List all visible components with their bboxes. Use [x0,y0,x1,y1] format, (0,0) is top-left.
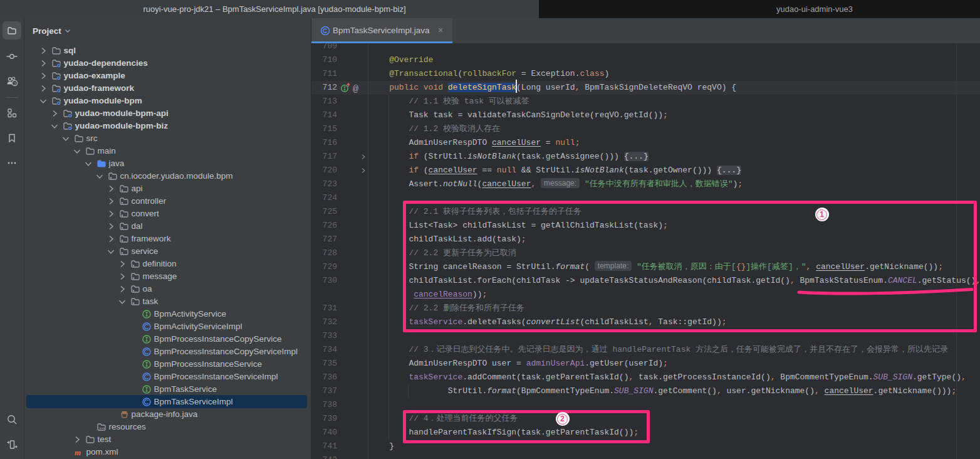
svg-text:m: m [75,448,81,457]
svg-text:?: ? [14,82,16,86]
svg-text:@: @ [353,84,358,95]
